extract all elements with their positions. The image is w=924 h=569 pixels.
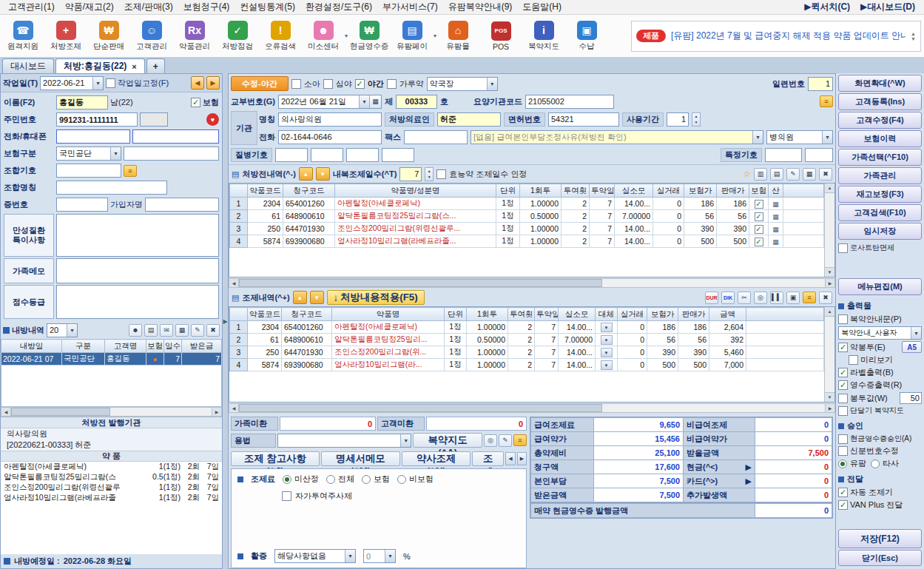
column-header[interactable]: 보험 (146, 340, 164, 353)
copay-reason-select[interactable]: [없음] 급여본인부담조정사유(처방전 확인)▾ (471, 130, 763, 144)
table-row[interactable]: 45874693900680얼사라정10밀리그램(라베프라졸...1정1.000… (230, 235, 824, 248)
name-field[interactable]: 홍길동 (56, 95, 108, 110)
fee-option-misanjeong[interactable]: 미산정 (283, 474, 319, 485)
family-manage-button[interactable]: 가족관리 (838, 167, 922, 184)
substitute-dropdown[interactable]: ▼ (601, 335, 613, 345)
row-detail-icon[interactable]: ▦ (772, 201, 779, 208)
insured-checkbox[interactable] (755, 225, 763, 234)
discount-pct-select[interactable]: 0▾ (363, 549, 396, 563)
scroll-left-icon[interactable]: ◀ (229, 404, 239, 412)
column-header[interactable]: 단위 (445, 308, 467, 321)
chevron-down-icon[interactable]: ▾ (911, 327, 921, 339)
mail-icon[interactable]: ✉ (160, 324, 173, 337)
column-header[interactable]: 구분 (62, 340, 105, 353)
dispense-table-hscrollbar[interactable]: ◀▶ (229, 403, 835, 413)
scroll-down-icon[interactable]: ▼ (825, 267, 834, 277)
usage-select[interactable]: ▾ (277, 434, 411, 448)
tab-statement-memo[interactable]: 명세서메모(^M) (321, 451, 400, 466)
self-inject-checkbox[interactable] (282, 491, 291, 501)
chevron-down-icon[interactable]: ▾ (345, 550, 355, 562)
move-down-button[interactable]: ▼ (310, 291, 324, 304)
org-type-select[interactable]: 병의원▾ (766, 130, 833, 144)
column-header[interactable]: 대체 (596, 308, 618, 321)
menu-insurance-claim[interactable]: 보험청구(4) (178, 0, 235, 14)
serial-field[interactable]: 1 (808, 77, 833, 91)
menu-drug-stock[interactable]: 약품/재고(2) (60, 0, 119, 14)
column-header[interactable]: 투여횟 (562, 184, 590, 198)
insurance-sub-field[interactable] (124, 147, 219, 161)
column-header[interactable]: 약품명/성분명 (335, 184, 496, 198)
chevron-down-icon[interactable]: ▾ (359, 95, 369, 108)
tab-prescription-active[interactable]: 처방:홍길동(22) × (55, 58, 145, 73)
family-memo-box[interactable] (56, 258, 219, 283)
disease-code-field[interactable] (382, 148, 414, 162)
issued-drug-row[interactable]: 알닥톤필름코팅정25밀리그람(스0.5(1정)2회7일 (1, 472, 222, 482)
toolbar-medication-guide[interactable]: i복약지도 (524, 21, 564, 52)
rosart-checkbox[interactable] (838, 243, 848, 253)
tab-dashboard[interactable]: 대시보드 (2, 58, 54, 73)
issued-drug-row[interactable]: 아펜탈정(아세클로페낙)1(1정)2회7일 (1, 462, 222, 472)
visit-row-selected[interactable]: 2022-06-21 07 국민공단 홍길동 ● 7 7 (1, 353, 222, 366)
license-field[interactable]: 54321 (548, 112, 619, 127)
fee-option-all[interactable]: 전체 (326, 474, 354, 485)
guide-doc-checkbox[interactable] (838, 314, 848, 324)
preview-checkbox[interactable] (849, 355, 858, 365)
calc-icon[interactable]: ▦ (175, 324, 189, 337)
insured-checkbox[interactable] (755, 238, 763, 246)
drug-bag-checkbox[interactable] (838, 343, 848, 352)
tab-scroll-left-icon[interactable]: ◀ (505, 452, 515, 465)
radio-icon[interactable] (871, 459, 880, 468)
workdate-lock-checkbox[interactable] (106, 78, 115, 88)
powder-checkbox[interactable] (387, 79, 397, 89)
cash-receipt-approve-checkbox[interactable] (838, 434, 848, 444)
copy-icon[interactable]: ▤ (770, 168, 783, 181)
move-up-button[interactable]: ▲ (299, 167, 313, 181)
cut-icon[interactable]: ✂ (738, 292, 751, 304)
table-row[interactable]: 45874693900680얼사라정10밀리그램(라...1정1.0000027… (230, 359, 824, 371)
stock-icon[interactable]: ▣ (786, 292, 800, 304)
column-header[interactable]: 내방일 (1, 340, 62, 353)
visits-count-select[interactable]: 20▾ (47, 323, 78, 337)
calendar-icon[interactable]: ▦ (369, 95, 381, 108)
card-arrow-icon[interactable]: ▶ (746, 477, 752, 486)
delete-icon[interactable]: ✖ (819, 168, 832, 181)
scroll-right-icon[interactable]: ▶ (825, 404, 834, 412)
org-code-field[interactable]: 21055002 (525, 95, 614, 109)
dashboard-button[interactable]: ▶대시보드(D) (860, 1, 915, 13)
column-header[interactable]: 보험 (749, 184, 769, 198)
menu-settings-tools[interactable]: 환경설정/도구(6) (300, 0, 377, 14)
scroll-up-icon[interactable]: ▲ (825, 184, 834, 193)
substitute-dropdown[interactable]: ▼ (601, 323, 613, 332)
chronic-note-box[interactable] (56, 214, 219, 257)
chevron-down-icon[interactable]: ▾ (400, 434, 411, 447)
jumin-sub-field[interactable] (140, 112, 168, 127)
tel-field[interactable]: 02-1644-0646 (278, 130, 382, 144)
column-header[interactable]: 투여횟 (508, 308, 535, 321)
toolbar-upharm-mall[interactable]: ⌂유팜몰 (438, 21, 478, 52)
menu-customer[interactable]: 고객관리(1) (3, 0, 60, 14)
vendor-upharm-option[interactable]: 유팜 (838, 458, 866, 469)
org-name-field[interactable]: 의사랑의원 (278, 112, 382, 127)
pay-label-cash[interactable]: 현금(^<)▶ (684, 460, 755, 474)
table-row[interactable]: 12304654001260아펜탈정(아세클로페낙)1정1.000002714.… (230, 321, 824, 334)
vendor-tasa-option[interactable]: 타사 (871, 458, 899, 469)
product-notice[interactable]: 제품 [유팜] 2022년 7월 및 급여중지 해제 적용 약품 업데이트 안내… (631, 21, 921, 52)
issued-drug-row[interactable]: 조인스정200밀리그람(위령선괄루1(1정)2회7일 (1, 482, 222, 493)
dropdown-arrow-icon[interactable]: ▾ (434, 33, 436, 39)
column-header[interactable]: 실소모 (615, 184, 653, 198)
special-code-field[interactable] (765, 148, 802, 162)
column-header[interactable]: 1회투 (467, 308, 508, 321)
column-header[interactable]: 단위 (496, 184, 520, 198)
print-icon[interactable]: ▤ (144, 324, 158, 337)
dur-check-icon[interactable]: DUR (705, 292, 718, 304)
tab-scroll-right-icon[interactable]: ▶ (517, 452, 527, 465)
period-stepper[interactable]: ▲▼ (692, 112, 701, 127)
family-icon[interactable]: ☻ (129, 324, 142, 337)
fax-field[interactable] (404, 130, 468, 144)
column-header[interactable]: 판매가 (717, 184, 749, 198)
column-header[interactable]: 1회투 (520, 184, 562, 198)
column-header[interactable]: 고객명 (105, 340, 146, 353)
scroll-right-icon[interactable]: ▶ (212, 408, 221, 416)
family-select-button[interactable]: 가족선택(^F10) (838, 149, 922, 166)
column-header[interactable]: 보험가 (647, 308, 678, 321)
